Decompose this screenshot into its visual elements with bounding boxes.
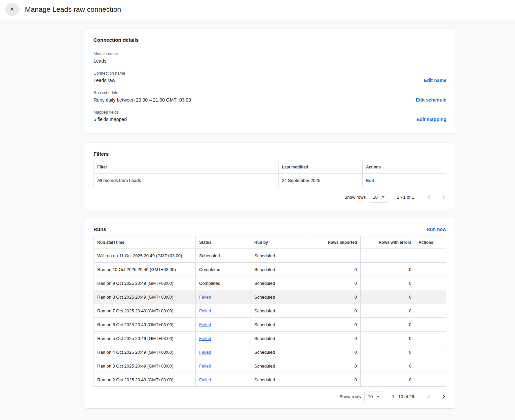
module-name-label: Module name: [94, 51, 446, 56]
runs-table-row: Ran on 4 Oct 2025 20:49 (GMT+03:00)Faile…: [94, 345, 446, 359]
field-group-connection-name: Connection name Leads raw Edit name: [94, 71, 446, 83]
run-status-failed-link[interactable]: Failed: [199, 308, 211, 313]
field-group-mapped-fields: Mapped fields 5 fields mapped Edit mappi…: [94, 110, 446, 122]
runs-page-size-select[interactable]: 10: [364, 391, 383, 402]
field-group-run-schedule: Run schedule Runs daily between 20:00 – …: [94, 90, 446, 103]
filter-edit-link[interactable]: Edit: [366, 178, 374, 183]
filters-col-filter: Filter: [94, 161, 279, 174]
run-start-time-cell: Ran on 9 Oct 2025 20:49 (GMT+03:00): [94, 276, 196, 290]
show-rows-label: Show rows: [344, 195, 366, 200]
run-status-text: Completed: [199, 267, 220, 272]
run-actions-cell: [415, 345, 446, 359]
runs-col-rows-with-errors: Rows with errors: [361, 236, 415, 249]
run-now-link[interactable]: Run now: [427, 227, 446, 232]
filters-next-page-button[interactable]: [439, 193, 446, 201]
connection-name-value: Leads raw: [94, 78, 115, 83]
runs-table-row: Will run on 11 Oct 2025 20:49 (GMT+03:00…: [94, 249, 446, 263]
filters-col-last-modified: Last modified: [279, 161, 363, 174]
rows-with-errors-cell: -: [361, 249, 415, 263]
filter-name-cell: All records from Leads: [94, 174, 279, 187]
rows-imported-cell: 0: [305, 373, 361, 387]
run-status-failed-link[interactable]: Failed: [199, 336, 211, 341]
filters-previous-page-button[interactable]: [426, 193, 433, 201]
edit-name-link[interactable]: Edit name: [424, 78, 446, 83]
runs-title: Runs: [94, 226, 106, 232]
run-status-failed-link[interactable]: Failed: [199, 364, 211, 369]
runs-table-row: Ran on 2 Oct 2025 20:49 (GMT+03:00)Faile…: [94, 373, 446, 387]
run-by-cell: Scheduled: [251, 263, 305, 276]
field-group-module-name: Module name Leads: [94, 51, 446, 64]
run-start-time-cell: Ran on 6 Oct 2025 20:49 (GMT+03:00): [94, 318, 196, 332]
run-start-time-cell: Ran on 2 Oct 2025 20:49 (GMT+03:00): [94, 373, 196, 387]
rows-with-errors-cell: 0: [361, 332, 415, 345]
rows-with-errors-cell: 0: [361, 373, 415, 387]
run-by-cell: Scheduled: [251, 332, 305, 345]
runs-pagination-range: 1 - 10 of 26: [392, 394, 414, 399]
rows-imported-cell: 0: [305, 359, 361, 373]
runs-table-row: Ran on 7 Oct 2025 20:49 (GMT+03:00)Faile…: [94, 304, 446, 318]
filters-page-size-value: 10: [373, 195, 377, 200]
chevron-right-icon: [441, 195, 445, 199]
rows-with-errors-cell: 0: [361, 290, 415, 304]
rows-with-errors-cell: 0: [361, 263, 415, 276]
mapped-fields-label: Mapped fields: [94, 110, 446, 115]
runs-table-row: Ran on 10 Oct 2025 20:49 (GMT+03:00)Comp…: [94, 263, 446, 276]
run-schedule-value: Runs daily between 20:00 – 21:00 GMT+03:…: [94, 97, 191, 103]
rows-imported-cell: 0: [305, 276, 361, 290]
runs-table-row: Ran on 3 Oct 2025 20:49 (GMT+03:00)Faile…: [94, 359, 446, 373]
runs-table: Run start time Status Run by Rows import…: [94, 236, 446, 387]
run-status-text: Scheduled: [199, 253, 220, 258]
runs-previous-page-button[interactable]: [426, 393, 433, 400]
page-title: Manage Leads raw connection: [25, 5, 121, 13]
runs-next-page-button[interactable]: [439, 393, 446, 400]
run-start-time-cell: Ran on 10 Oct 2025 20:49 (GMT+03:00): [94, 263, 196, 276]
chevron-right-icon: [441, 394, 445, 399]
filters-card: Filters Filter Last modified Actions All…: [85, 143, 455, 209]
filters-table: Filter Last modified Actions All records…: [94, 161, 446, 187]
rows-imported-cell: 0: [305, 345, 361, 359]
run-status-cell: Failed: [196, 359, 251, 373]
run-by-cell: Scheduled: [251, 359, 305, 373]
run-by-cell: Scheduled: [251, 249, 305, 263]
rows-with-errors-cell: 0: [361, 318, 415, 332]
run-by-cell: Scheduled: [251, 345, 305, 359]
runs-table-body: Will run on 11 Oct 2025 20:49 (GMT+03:00…: [94, 249, 446, 387]
runs-table-row: Ran on 8 Oct 2025 20:49 (GMT+03:00)Faile…: [94, 290, 446, 304]
rows-imported-cell: 0: [305, 290, 361, 304]
run-start-time-cell: Ran on 3 Oct 2025 20:49 (GMT+03:00): [94, 359, 196, 373]
run-status-failed-link[interactable]: Failed: [199, 322, 211, 327]
chevron-left-icon: [428, 195, 432, 199]
close-button[interactable]: ✕: [5, 3, 19, 16]
filters-table-header-row: Filter Last modified Actions: [94, 161, 446, 174]
run-status-cell: Failed: [196, 332, 251, 345]
dropdown-caret-icon: [382, 196, 384, 198]
filters-page-size-select[interactable]: 10: [369, 192, 388, 203]
edit-mapping-link[interactable]: Edit mapping: [416, 117, 446, 122]
run-actions-cell: [415, 318, 446, 332]
edit-schedule-link[interactable]: Edit schedule: [416, 97, 446, 103]
show-rows-label: Show rows: [339, 394, 361, 399]
rows-imported-cell: 0: [305, 332, 361, 345]
rows-with-errors-cell: 0: [361, 304, 415, 318]
rows-with-errors-cell: 0: [361, 345, 415, 359]
runs-col-rows-imported: Rows imported: [305, 236, 361, 249]
run-actions-cell: [415, 249, 446, 263]
run-start-time-cell: Ran on 4 Oct 2025 20:49 (GMT+03:00): [94, 345, 196, 359]
run-status-failed-link[interactable]: Failed: [199, 350, 211, 355]
connection-name-label: Connection name: [94, 71, 446, 76]
mapped-fields-value: 5 fields mapped: [94, 117, 127, 122]
run-start-time-cell: Ran on 7 Oct 2025 20:49 (GMT+03:00): [94, 304, 196, 318]
run-status-failed-link[interactable]: Failed: [199, 295, 211, 300]
run-by-cell: Scheduled: [251, 318, 305, 332]
rows-imported-cell: 0: [305, 318, 361, 332]
runs-col-run-by: Run by: [251, 236, 305, 249]
run-by-cell: Scheduled: [251, 276, 305, 290]
run-by-cell: Scheduled: [251, 304, 305, 318]
page-content: Connection details Module name Leads Con…: [0, 19, 515, 409]
rows-imported-cell: 0: [305, 304, 361, 318]
run-actions-cell: [415, 304, 446, 318]
run-status-cell: Completed: [196, 263, 251, 276]
run-status-failed-link[interactable]: Failed: [199, 377, 211, 382]
run-status-cell: Failed: [196, 290, 251, 304]
filters-col-actions: Actions: [363, 161, 446, 174]
